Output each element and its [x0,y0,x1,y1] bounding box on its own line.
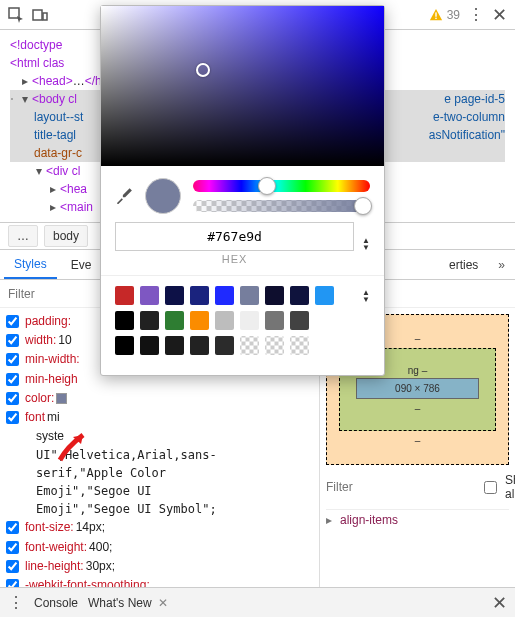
drawer-tab-console[interactable]: Console [34,596,78,610]
color-picker: HEX ▲▼ ▲▼ [100,5,385,376]
tab-styles[interactable]: Styles [4,251,57,279]
prop-toggle[interactable] [6,521,19,534]
palette-swatch[interactable] [165,311,184,330]
prop-toggle[interactable] [6,560,19,573]
alpha-thumb[interactable] [354,197,372,215]
palette-swatch-empty[interactable] [265,336,284,355]
prop-toggle[interactable] [6,353,19,366]
alpha-slider[interactable] [193,200,370,212]
palette-swatch[interactable] [165,286,184,305]
warnings-count: 39 [447,8,460,22]
drawer: ⋮ Console What's New ✕ ✕ [0,587,515,617]
palette-swatch[interactable] [190,286,209,305]
palette-swatch[interactable] [140,286,159,305]
drawer-more-icon[interactable]: ⋮ [8,593,24,612]
palette-swatch[interactable] [290,311,309,330]
color-swatch-icon[interactable] [56,393,67,404]
drawer-tab-whatsnew[interactable]: What's New [88,596,152,610]
close-drawer-icon[interactable]: ✕ [492,592,507,614]
tab-properties[interactable]: erties [439,252,488,278]
device-icon[interactable] [32,7,48,23]
tab-overflow-icon[interactable]: » [492,258,511,272]
prop-toggle[interactable] [6,541,19,554]
more-icon[interactable]: ⋮ [468,5,484,24]
palette-swatch[interactable] [115,286,134,305]
palette-swatch[interactable] [240,311,259,330]
palette-swatch-empty[interactable] [240,336,259,355]
prop-toggle[interactable] [6,373,19,386]
prop-toggle[interactable] [6,334,19,347]
close-devtools-icon[interactable]: ✕ [492,4,507,26]
show-all-checkbox[interactable] [484,481,497,494]
palette-swatch[interactable] [265,311,284,330]
tab-event-listeners[interactable]: Eve [61,252,102,278]
palette-swatch[interactable] [190,336,209,355]
warnings-badge[interactable]: 39 [429,8,460,22]
color-palette: ▲▼ [101,275,384,375]
palette-swatch[interactable] [215,336,234,355]
prop-toggle[interactable] [6,315,19,328]
palette-swatch[interactable] [190,311,209,330]
hex-label: HEX [115,253,354,265]
eyedropper-icon[interactable] [115,187,133,205]
palette-swatch[interactable] [165,336,184,355]
computed-prop[interactable]: ▸align-items [326,509,509,527]
font-stack-value: UI",Helvetica,Arial,sans-serif,"Apple Co… [6,446,246,518]
hue-thumb[interactable] [258,177,276,195]
prop-toggle[interactable] [6,411,19,424]
svg-rect-4 [435,17,436,18]
palette-stepper[interactable]: ▲▼ [362,289,370,303]
box-model-content[interactable]: 090 × 786 [356,378,479,399]
palette-swatch-empty[interactable] [290,336,309,355]
svg-rect-2 [43,13,47,20]
palette-swatch[interactable] [115,311,134,330]
palette-swatch[interactable] [215,311,234,330]
breadcrumb-body[interactable]: body [44,225,88,247]
palette-swatch[interactable] [240,286,259,305]
palette-swatch[interactable] [140,336,159,355]
computed-filter-input[interactable] [326,480,476,494]
prop-toggle[interactable] [6,392,19,405]
color-cursor[interactable] [196,63,210,77]
hue-slider[interactable] [193,180,370,192]
svg-rect-1 [33,10,42,20]
hex-input[interactable] [115,222,354,251]
color-field[interactable] [101,6,384,166]
breadcrumb-ellipsis[interactable]: … [8,225,38,247]
close-tab-icon[interactable]: ✕ [158,596,168,610]
palette-swatch[interactable] [315,286,334,305]
palette-swatch[interactable] [265,286,284,305]
palette-swatch[interactable] [115,336,134,355]
palette-swatch[interactable] [290,286,309,305]
current-color-swatch [145,178,181,214]
show-all-label: Show all [505,473,515,501]
palette-swatch[interactable] [215,286,234,305]
inspect-icon[interactable] [8,7,24,23]
format-stepper[interactable]: ▲▼ [362,237,370,251]
palette-swatch[interactable] [140,311,159,330]
svg-rect-3 [435,12,436,16]
